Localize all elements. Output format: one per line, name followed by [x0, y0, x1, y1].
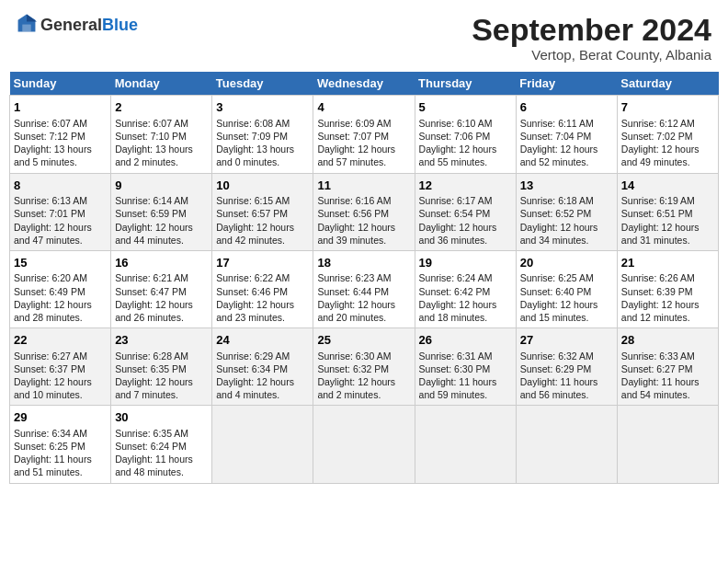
- calendar-cell: 4Sunrise: 6:09 AMSunset: 7:07 PMDaylight…: [313, 96, 415, 173]
- calendar-cell: 2Sunrise: 6:07 AMSunset: 7:10 PMDaylight…: [111, 96, 212, 173]
- calendar-cell: 28Sunrise: 6:33 AMSunset: 6:27 PMDayligh…: [617, 328, 718, 406]
- cell-info: Sunrise: 6:08 AMSunset: 7:09 PMDaylight:…: [216, 117, 309, 169]
- cell-info: Sunrise: 6:17 AMSunset: 6:54 PMDaylight:…: [419, 194, 512, 247]
- day-number: 12: [419, 178, 512, 194]
- cell-info: Sunrise: 6:11 AMSunset: 7:04 PMDaylight:…: [520, 117, 613, 169]
- calendar-cell: [415, 406, 516, 483]
- calendar-body: 1Sunrise: 6:07 AMSunset: 7:12 PMDaylight…: [10, 96, 719, 483]
- col-header-monday: Monday: [111, 72, 212, 96]
- cell-info: Sunrise: 6:07 AMSunset: 7:10 PMDaylight:…: [115, 117, 208, 169]
- cell-info: Sunrise: 6:09 AMSunset: 7:07 PMDaylight:…: [317, 117, 410, 169]
- calendar-cell: 26Sunrise: 6:31 AMSunset: 6:30 PMDayligh…: [415, 328, 516, 406]
- day-number: 23: [115, 332, 208, 349]
- location-title: Vertop, Berat County, Albania: [472, 47, 711, 63]
- cell-info: Sunrise: 6:13 AMSunset: 7:01 PMDaylight:…: [14, 194, 107, 247]
- cell-info: Sunrise: 6:21 AMSunset: 6:47 PMDaylight:…: [115, 271, 208, 324]
- day-number: 27: [520, 332, 613, 349]
- calendar-cell: 30Sunrise: 6:35 AMSunset: 6:24 PMDayligh…: [111, 406, 212, 483]
- svg-rect-2: [22, 25, 30, 32]
- calendar-cell: [617, 406, 718, 483]
- cell-info: Sunrise: 6:35 AMSunset: 6:24 PMDaylight:…: [115, 427, 208, 479]
- calendar-cell: 29Sunrise: 6:34 AMSunset: 6:25 PMDayligh…: [10, 406, 111, 483]
- calendar-cell: 13Sunrise: 6:18 AMSunset: 6:52 PMDayligh…: [516, 173, 617, 250]
- calendar-table: SundayMondayTuesdayWednesdayThursdayFrid…: [9, 72, 719, 483]
- cell-info: Sunrise: 6:16 AMSunset: 6:56 PMDaylight:…: [317, 194, 410, 247]
- cell-info: Sunrise: 6:20 AMSunset: 6:49 PMDaylight:…: [14, 271, 107, 324]
- calendar-cell: 6Sunrise: 6:11 AMSunset: 7:04 PMDaylight…: [516, 96, 617, 173]
- cell-info: Sunrise: 6:07 AMSunset: 7:12 PMDaylight:…: [14, 117, 107, 169]
- day-number: 30: [115, 409, 208, 426]
- cell-info: Sunrise: 6:15 AMSunset: 6:57 PMDaylight:…: [216, 194, 309, 247]
- logo-graphic: [17, 13, 37, 37]
- day-number: 18: [317, 255, 410, 271]
- header-row: SundayMondayTuesdayWednesdayThursdayFrid…: [10, 72, 719, 96]
- day-number: 20: [520, 255, 613, 271]
- day-number: 8: [14, 178, 107, 194]
- page-header: GeneralBlue September 2024 Vertop, Berat…: [9, 9, 719, 66]
- week-row-5: 29Sunrise: 6:34 AMSunset: 6:25 PMDayligh…: [10, 406, 719, 483]
- cell-info: Sunrise: 6:26 AMSunset: 6:39 PMDaylight:…: [621, 271, 714, 324]
- calendar-header: SundayMondayTuesdayWednesdayThursdayFrid…: [10, 72, 719, 96]
- day-number: 14: [621, 178, 714, 194]
- col-header-friday: Friday: [516, 72, 617, 96]
- calendar-cell: [313, 406, 415, 483]
- cell-info: Sunrise: 6:22 AMSunset: 6:46 PMDaylight:…: [216, 271, 309, 324]
- cell-info: Sunrise: 6:19 AMSunset: 6:51 PMDaylight:…: [621, 194, 714, 247]
- cell-info: Sunrise: 6:25 AMSunset: 6:40 PMDaylight:…: [520, 271, 613, 324]
- day-number: 21: [621, 255, 714, 271]
- week-row-4: 22Sunrise: 6:27 AMSunset: 6:37 PMDayligh…: [10, 328, 719, 406]
- cell-info: Sunrise: 6:24 AMSunset: 6:42 PMDaylight:…: [419, 271, 512, 324]
- calendar-cell: 10Sunrise: 6:15 AMSunset: 6:57 PMDayligh…: [212, 173, 313, 250]
- day-number: 4: [317, 99, 410, 116]
- cell-info: Sunrise: 6:30 AMSunset: 6:32 PMDaylight:…: [317, 350, 410, 402]
- cell-info: Sunrise: 6:23 AMSunset: 6:44 PMDaylight:…: [317, 271, 410, 324]
- logo-general: General: [40, 16, 102, 34]
- col-header-saturday: Saturday: [617, 72, 718, 96]
- calendar-cell: 19Sunrise: 6:24 AMSunset: 6:42 PMDayligh…: [415, 250, 516, 327]
- calendar-cell: 24Sunrise: 6:29 AMSunset: 6:34 PMDayligh…: [212, 328, 313, 406]
- calendar-cell: 18Sunrise: 6:23 AMSunset: 6:44 PMDayligh…: [313, 250, 415, 327]
- cell-info: Sunrise: 6:18 AMSunset: 6:52 PMDaylight:…: [520, 194, 613, 247]
- calendar-cell: 21Sunrise: 6:26 AMSunset: 6:39 PMDayligh…: [617, 250, 718, 327]
- calendar-cell: 17Sunrise: 6:22 AMSunset: 6:46 PMDayligh…: [212, 250, 313, 327]
- day-number: 11: [317, 178, 410, 194]
- cell-info: Sunrise: 6:27 AMSunset: 6:37 PMDaylight:…: [14, 350, 107, 402]
- col-header-sunday: Sunday: [10, 72, 111, 96]
- col-header-tuesday: Tuesday: [212, 72, 313, 96]
- cell-info: Sunrise: 6:14 AMSunset: 6:59 PMDaylight:…: [115, 194, 208, 247]
- calendar-cell: 25Sunrise: 6:30 AMSunset: 6:32 PMDayligh…: [313, 328, 415, 406]
- calendar-cell: 22Sunrise: 6:27 AMSunset: 6:37 PMDayligh…: [10, 328, 111, 406]
- day-number: 3: [216, 99, 309, 116]
- title-block: September 2024 Vertop, Berat County, Alb…: [472, 13, 711, 63]
- day-number: 13: [520, 178, 613, 194]
- calendar-cell: 7Sunrise: 6:12 AMSunset: 7:02 PMDaylight…: [617, 96, 718, 173]
- calendar-cell: 20Sunrise: 6:25 AMSunset: 6:40 PMDayligh…: [516, 250, 617, 327]
- day-number: 28: [621, 332, 714, 349]
- day-number: 15: [14, 255, 107, 271]
- day-number: 22: [14, 332, 107, 349]
- calendar-cell: 1Sunrise: 6:07 AMSunset: 7:12 PMDaylight…: [10, 96, 111, 173]
- calendar-cell: 12Sunrise: 6:17 AMSunset: 6:54 PMDayligh…: [415, 173, 516, 250]
- col-header-thursday: Thursday: [415, 72, 516, 96]
- cell-info: Sunrise: 6:10 AMSunset: 7:06 PMDaylight:…: [419, 117, 512, 169]
- week-row-2: 8Sunrise: 6:13 AMSunset: 7:01 PMDaylight…: [10, 173, 719, 250]
- day-number: 29: [14, 409, 107, 426]
- day-number: 17: [216, 255, 309, 271]
- day-number: 19: [419, 255, 512, 271]
- day-number: 2: [115, 99, 208, 116]
- logo: GeneralBlue: [17, 13, 138, 37]
- cell-info: Sunrise: 6:33 AMSunset: 6:27 PMDaylight:…: [621, 350, 714, 402]
- day-number: 25: [317, 332, 410, 349]
- calendar-cell: 23Sunrise: 6:28 AMSunset: 6:35 PMDayligh…: [111, 328, 212, 406]
- logo-text: GeneralBlue: [40, 17, 138, 34]
- cell-info: Sunrise: 6:29 AMSunset: 6:34 PMDaylight:…: [216, 350, 309, 402]
- logo-blue: Blue: [102, 16, 138, 34]
- calendar-cell: 3Sunrise: 6:08 AMSunset: 7:09 PMDaylight…: [212, 96, 313, 173]
- day-number: 16: [115, 255, 208, 271]
- cell-info: Sunrise: 6:34 AMSunset: 6:25 PMDaylight:…: [14, 427, 107, 479]
- calendar-cell: 15Sunrise: 6:20 AMSunset: 6:49 PMDayligh…: [10, 250, 111, 327]
- day-number: 6: [520, 99, 613, 116]
- day-number: 24: [216, 332, 309, 349]
- week-row-1: 1Sunrise: 6:07 AMSunset: 7:12 PMDaylight…: [10, 96, 719, 173]
- calendar-cell: 27Sunrise: 6:32 AMSunset: 6:29 PMDayligh…: [516, 328, 617, 406]
